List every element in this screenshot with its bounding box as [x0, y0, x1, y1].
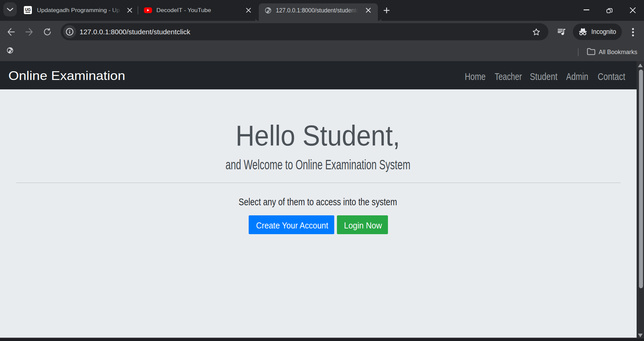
svg-text:127.0.0.1:8000/student/student: 127.0.0.1:8000/student/studentc	[276, 7, 359, 14]
svg-text:Admin: Admin	[566, 71, 588, 82]
svg-text:Teacher: Teacher	[495, 71, 522, 82]
svg-text:Incognito: Incognito	[591, 28, 616, 35]
svg-text:and Welcome to Online Examinat: and Welcome to Online Examination System	[226, 157, 410, 172]
svg-text:Updategadh Programming - Up: Updategadh Programming - Up	[37, 7, 120, 13]
svg-text:All Bookmarks: All Bookmarks	[599, 49, 637, 55]
svg-text:Contact: Contact	[598, 71, 625, 82]
svg-text:DecodeIT - YouTube: DecodeIT - YouTube	[156, 7, 211, 13]
svg-text:Login Now: Login Now	[344, 222, 382, 230]
svg-text:UG: UG	[25, 7, 31, 12]
svg-text:127.0.0.1:8000/student/student: 127.0.0.1:8000/student/studentclick	[80, 28, 191, 36]
svg-text:Select any of them to access i: Select any of them to access into the sy…	[239, 197, 397, 207]
svg-text:Hello Student,: Hello Student,	[236, 120, 400, 152]
svg-text:Online Examination: Online Examination	[8, 69, 125, 83]
svg-text:Create Your Account: Create Your Account	[256, 222, 329, 230]
svg-text:Home: Home	[465, 71, 486, 82]
svg-text:Student: Student	[530, 71, 557, 82]
